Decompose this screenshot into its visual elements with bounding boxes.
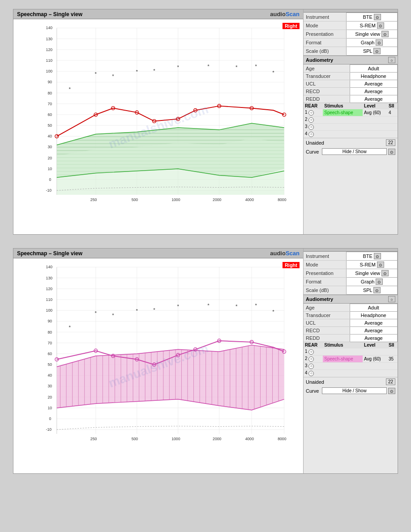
rear-stimulus-1-1[interactable]: Speech-shape [323,109,363,116]
rear-level-1-3 [363,124,387,131]
rear-num-1-2: 2 [305,117,308,122]
svg-text:4000: 4000 [245,437,254,441]
svg-text:*: * [177,64,179,70]
svg-text:20: 20 [48,156,52,160]
svg-text:8000: 8000 [278,437,286,441]
recd-label-1: RECD [304,88,350,95]
mode-value-1[interactable]: S-REM ⊙ [347,21,398,30]
hide-show-button-2[interactable]: Hide / Show [322,387,387,394]
rear-row-2-2: 2 ○ Speech-shape Avg (60) 35 [304,356,398,363]
panel-title-2: Speechmap – Single view [17,250,82,257]
info-table-2: Instrument BTE ⊙ Mode S-REM ⊙ Presentati… [304,252,398,295]
svg-marker-127 [57,345,284,410]
hide-show-dropdown-2[interactable]: ⊙ [388,388,395,394]
rear-circle-2-1[interactable]: ○ [308,349,314,355]
svg-text:10: 10 [48,167,52,171]
transducer-value-2[interactable]: Headphone [350,312,397,319]
hide-show-row-2: Curve Hide / Show ⊙ [304,386,398,395]
svg-text:100: 100 [46,69,53,73]
rear-stimulus-1-2 [323,116,363,124]
rear-circle-1-2[interactable]: ○ [308,117,314,123]
hide-show-dropdown-1[interactable]: ⊙ [388,149,395,155]
controls-panel-1: Instrument BTE ⊙ Mode S-REM ⊙ Presentati… [304,9,398,234]
svg-text:120: 120 [46,47,53,52]
rear-circle-2-2[interactable]: ○ [308,356,314,362]
mode-dropdown-2[interactable]: ⊙ [377,262,384,268]
info-table-1: Instrument BTE ⊙ Mode S-REM ⊙ Presentati… [304,13,398,56]
format-dropdown-2[interactable]: ⊙ [376,279,383,285]
svg-text:*: * [95,71,97,77]
redd-value-2[interactable]: Average [350,335,397,342]
scale-row-2: Scale (dB) SPL ⊙ [304,286,398,295]
svg-text:130: 130 [46,37,53,41]
format-value-1[interactable]: Graph ⊙ [347,39,398,47]
svg-text:250: 250 [90,437,97,441]
svg-text:*: * [153,68,155,73]
scale-dropdown-2[interactable]: ⊙ [373,287,381,293]
rear-circle-1-4[interactable]: ○ [308,132,314,137]
instrument-dropdown-1[interactable]: ⊙ [374,14,381,20]
ucl-value-2[interactable]: Average [350,319,397,327]
rear-stimulus-2-4 [323,370,363,377]
svg-text:*: * [255,63,257,69]
instrument-dropdown-2[interactable]: ⊙ [374,253,381,259]
mode-value-2[interactable]: S-REM ⊙ [347,261,398,269]
scale-value-2[interactable]: SPL ⊙ [347,286,398,295]
svg-text:4000: 4000 [245,197,254,202]
svg-text:30: 30 [48,384,52,388]
age-value-2[interactable]: Adult [350,304,397,312]
recd-value-2[interactable]: Average [350,327,397,335]
rear-level-2-2: Avg (60) [363,356,387,363]
presentation-value-1[interactable]: Single view ⊙ [347,30,398,39]
instrument-value-1[interactable]: BTE ⊙ [347,13,398,21]
rear-circle-2-4[interactable]: ○ [308,371,314,376]
presentation-label-2: Presentation [304,269,347,278]
redd-label-1: REDD [304,95,350,103]
age-value-1[interactable]: Adult [350,65,397,73]
rear-sii-2-2: 35 [387,356,398,363]
mode-dropdown-1[interactable]: ⊙ [377,22,384,29]
format-value-2[interactable]: Graph ⊙ [347,278,398,286]
svg-text:140: 140 [46,26,53,30]
svg-text:1000: 1000 [171,197,180,202]
scale-value-1[interactable]: SPL ⊙ [347,47,398,56]
presentation-row-1: Presentation Single view ⊙ [304,30,398,39]
recd-value-1[interactable]: Average [350,88,397,95]
rear-circle-1-1[interactable]: ○ [308,110,314,116]
rear-sii-2-3 [387,363,398,370]
unaided-label-2: Unaided [306,379,386,385]
presentation-value-2[interactable]: Single view ⊙ [347,269,398,278]
presentation-dropdown-2[interactable]: ⊙ [381,270,389,276]
ucl-value-1[interactable]: Average [350,80,397,88]
ucl-row-1: UCL Average [304,80,398,88]
svg-text:80: 80 [48,330,52,335]
instrument-value-2[interactable]: BTE ⊙ [347,252,398,261]
chart-panel-1: Speechmap – Single view audioScan Right … [13,9,304,234]
transducer-value-1[interactable]: Headphone [350,73,397,80]
svg-text:80: 80 [48,91,52,95]
rear-circle-2-3[interactable]: ○ [308,364,314,369]
svg-text:140: 140 [46,265,53,269]
mode-row-2: Mode S-REM ⊙ [304,261,398,269]
rear-circle-1-3[interactable]: ○ [308,124,314,130]
scale-label-1: Scale (dB) [304,47,347,56]
svg-text:0: 0 [49,177,51,182]
svg-text:60: 60 [48,112,52,117]
hide-show-button-1[interactable]: Hide / Show [322,148,387,155]
svg-text:*: * [272,69,274,75]
format-label-1: Format [304,39,347,47]
recd-row-1: RECD Average [304,88,398,95]
redd-value-1[interactable]: Average [350,95,397,103]
audiometry-dropdown-2[interactable]: ○ [388,296,395,302]
transducer-label-2: Transducer [304,312,350,319]
panel-1: Speechmap – Single view audioScan Right … [13,9,398,235]
rear-level-1-4 [363,131,387,138]
rear-table-2: REAR Stimulus Level SII 1 ○ 2 ○ Speech-s… [304,342,398,377]
format-dropdown-1[interactable]: ⊙ [376,39,383,46]
rear-stimulus-2-2[interactable]: Speech-shape [323,356,363,363]
svg-text:500: 500 [132,437,138,441]
rear-row-1-4: 4 ○ [304,131,398,138]
scale-dropdown-1[interactable]: ⊙ [373,48,381,54]
audiometry-dropdown-1[interactable]: ○ [388,57,395,63]
presentation-dropdown-1[interactable]: ⊙ [381,31,389,37]
